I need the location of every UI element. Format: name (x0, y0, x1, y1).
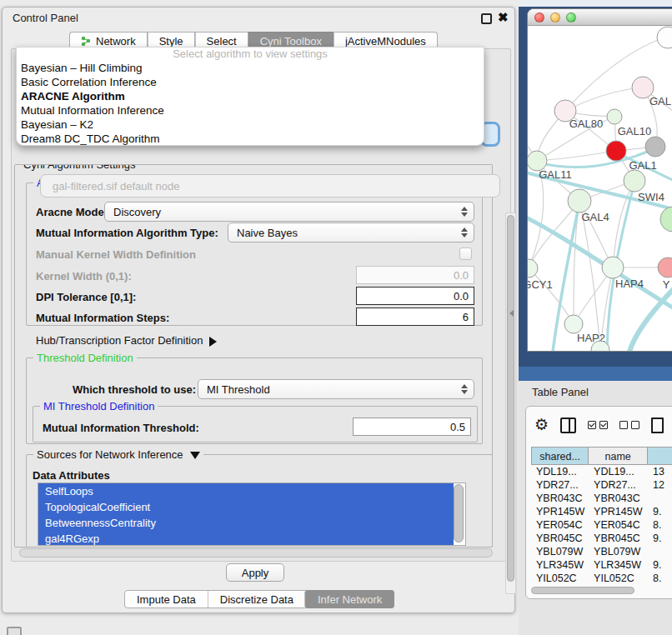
combo-arrows-icon (459, 228, 474, 238)
network-table-combo-value: gal-filtered.sif default node (53, 180, 179, 192)
node-gal1[interactable] (606, 141, 626, 161)
table-row[interactable]: YDL19...YDL19...13 (531, 465, 672, 478)
collapsed-panel-icon[interactable] (7, 627, 22, 635)
aracne-mode-label: Aracne Mode: (36, 206, 108, 218)
algorithm-popup-item[interactable]: Dream8 DC_TDC Algorithm (17, 132, 484, 146)
dpi-tolerance-field[interactable]: 0.0 (356, 287, 474, 305)
manual-kernel-label: Manual Kernel Width Definition (36, 248, 196, 261)
table-row[interactable]: YPR145WYPR145W9. (531, 505, 672, 518)
attribute-list-item[interactable]: SelfLoops (38, 483, 454, 499)
table-cell: 13 (648, 465, 672, 478)
gear-icon[interactable]: ⚙ (534, 417, 549, 433)
node-gal4[interactable] (568, 189, 591, 212)
attributes-scrollbar[interactable] (454, 484, 464, 542)
node-y-partial[interactable] (658, 258, 672, 278)
mi-threshold-field[interactable]: 0.5 (353, 418, 471, 436)
checked-boxes-icon[interactable] (588, 421, 608, 429)
table-cell: YBR043C (589, 492, 648, 505)
algorithm-popup-item[interactable]: Basic Correlation Inference (17, 75, 484, 89)
table-cell (648, 545, 672, 558)
hub-definition-toggle[interactable]: Hub/Transcription Factor Definition (36, 334, 217, 347)
node-hap4-label: HAP4 (615, 278, 644, 290)
node-gray[interactable] (645, 137, 665, 157)
column-header-partial[interactable] (648, 447, 672, 465)
table-row[interactable]: YBR045CYBR045C9. (531, 532, 672, 545)
attribute-list-item[interactable]: gal4RGexp (38, 531, 454, 546)
table-cell: YDR27... (589, 478, 648, 492)
table-cell: YDL19... (531, 465, 589, 478)
tab-impute-data[interactable]: Impute Data (125, 591, 208, 608)
control-panel-window: Control Panel ✖ NetworkStyleSelectCyni T… (2, 7, 515, 613)
unchecked-boxes-icon[interactable] (619, 421, 639, 429)
expand-right-icon (209, 337, 217, 347)
settings-vertical-scrollbar[interactable] (505, 212, 516, 594)
node-gcy1[interactable] (528, 259, 538, 278)
manual-kernel-checkbox[interactable] (459, 248, 472, 260)
minimize-traffic-light-icon[interactable] (550, 12, 560, 22)
table-row[interactable]: YBL079WYBL079W (531, 545, 672, 558)
document-icon[interactable] (651, 418, 664, 433)
mi-algorithm-type-combo[interactable]: Naive Bayes (228, 222, 474, 242)
node-green-right[interactable] (660, 207, 672, 232)
tab-discretize-data[interactable]: Discretize Data (208, 591, 305, 608)
which-threshold-combo[interactable]: MI Threshold (198, 379, 474, 399)
algorithm-popup-item[interactable]: Bayesian – K2 (17, 118, 484, 132)
mi-steps-field[interactable]: 6 (356, 308, 474, 326)
split-columns-icon[interactable] (560, 418, 576, 433)
node-unlabeled-top[interactable] (657, 27, 672, 48)
table-cell: 8. (648, 518, 672, 532)
table-cell: 9. (648, 505, 672, 518)
data-attributes-list[interactable]: SelfLoopsTopologicalCoefficientBetweenne… (38, 482, 466, 546)
table-row[interactable]: YER054CYER054C8. (531, 518, 672, 532)
node-hap2[interactable] (564, 315, 583, 333)
network-view-frame: GALGAL80GAL10GAL1GAL11SWI4GAL4GCY1HAP4YH… (519, 7, 672, 367)
node-y-partial-label: Y (663, 278, 670, 291)
attribute-list-item[interactable]: TopologicalCoefficient (38, 499, 454, 515)
table-row[interactable]: YIL052CYIL052C8. (531, 572, 672, 585)
table-row[interactable]: YBR043CYBR043C (531, 492, 672, 505)
node-swi4-label: SWI4 (638, 191, 664, 203)
network-canvas[interactable]: GALGAL80GAL10GAL1GAL11SWI4GAL4GCY1HAP4YH… (528, 26, 672, 352)
node-gal11-label: GAL11 (539, 168, 572, 181)
scrollbar-thumb[interactable] (507, 215, 514, 582)
table-cell: YER054C (531, 518, 589, 532)
table-cell: YIL052C (531, 572, 589, 585)
mi-steps-label: Mutual Information Steps: (36, 312, 169, 324)
table-body: YDL19...YDL19...13YDR27...YDR27...12YBR0… (531, 465, 672, 585)
node-gal10[interactable] (607, 109, 622, 124)
sources-group-title[interactable]: Sources for Network Inference (33, 448, 203, 461)
panel-title: Control Panel (13, 12, 78, 24)
attribute-list-item[interactable]: BetweennessCentrality (38, 515, 454, 531)
tab-infer-network[interactable]: Infer Network (304, 590, 394, 608)
table-cell: YIL052C (589, 572, 648, 585)
close-icon[interactable]: ✖ (498, 10, 509, 25)
split-pane-arrow-icon[interactable] (509, 310, 514, 317)
network-window-titlebar[interactable] (528, 9, 672, 26)
algorithm-popup-item[interactable]: Bayesian – Hill Climbing (17, 61, 484, 75)
node-swi4[interactable] (624, 170, 645, 192)
algorithm-popup-item[interactable]: ARACNE Algorithm (17, 89, 484, 103)
desktop-background-strip (519, 367, 672, 381)
table-cell: YBR045C (589, 532, 648, 545)
table-cell: 9. (648, 532, 672, 545)
column-header-shared...[interactable]: shared... (531, 447, 589, 465)
column-header-name[interactable]: name (589, 447, 648, 465)
table-panel-window: ⚙ shared...name YDL19...YDL19...13YDR27.… (525, 406, 672, 599)
aracne-mode-combo[interactable]: Discovery (104, 202, 474, 222)
node-gal4-label: GAL4 (581, 211, 609, 223)
close-traffic-light-icon[interactable] (534, 12, 544, 22)
bottom-tab-bar: Impute DataDiscretize DataInfer Network (124, 590, 394, 608)
zoom-traffic-light-icon[interactable] (566, 12, 576, 22)
algorithm-popup-item[interactable]: Mutual Information Inference (17, 103, 484, 118)
settings-horizontal-scrollbar[interactable] (19, 548, 493, 558)
table-horizontal-scrollbar[interactable] (531, 587, 634, 594)
network-table-combo[interactable]: gal-filtered.sif default node (40, 174, 500, 198)
dpi-tolerance-label: DPI Tolerance [0,1]: (36, 291, 136, 303)
node-hap4[interactable] (602, 257, 624, 278)
mi-threshold-label: Mutual Information Threshold: (43, 422, 199, 434)
table-row[interactable]: YLR345WYLR345W9. (531, 558, 672, 572)
node-gal-partial-label: GAL (649, 95, 671, 108)
float-window-icon[interactable] (481, 13, 492, 24)
table-row[interactable]: YDR27...YDR27...12 (531, 478, 672, 492)
apply-button[interactable]: Apply (226, 563, 284, 582)
